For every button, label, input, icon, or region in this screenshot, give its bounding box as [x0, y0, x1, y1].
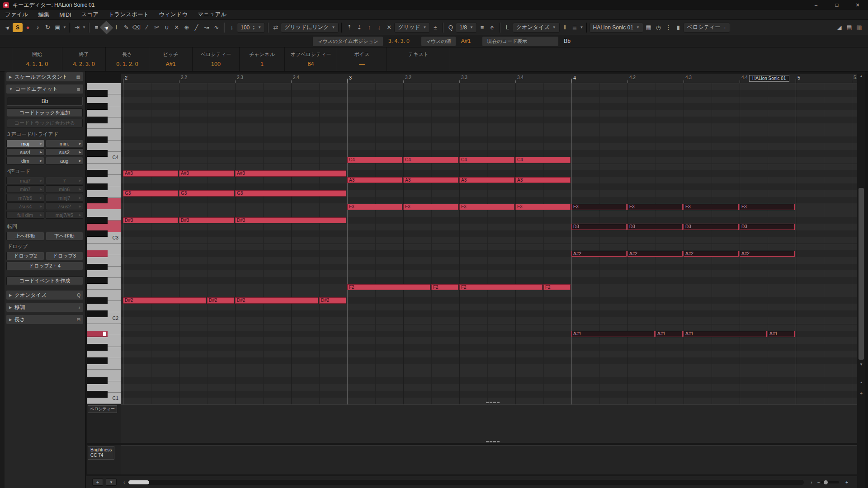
piano-key[interactable] — [87, 183, 108, 190]
cc-lane[interactable] — [121, 445, 857, 474]
corner-resize-icon[interactable]: ◢ — [835, 23, 844, 33]
grid-type-dropdown[interactable]: グリッド ▼ — [394, 23, 430, 33]
cc-lane-label[interactable]: BrightnessCC 74 — [88, 446, 114, 460]
midi-note[interactable]: D#3 — [123, 217, 178, 224]
glue-tool[interactable]: ∪ — [162, 23, 171, 33]
chord-type-sus4[interactable]: sus4▶ — [6, 148, 44, 156]
midi-note[interactable]: D#2 — [123, 297, 206, 304]
note-text-field[interactable]: テキスト — [387, 47, 450, 71]
midi-note[interactable]: F3 — [627, 204, 683, 210]
lane-resize-handle[interactable] — [486, 402, 500, 403]
midi-note[interactable]: D#2 — [235, 297, 318, 304]
more-options-icon[interactable]: ⋮ — [664, 23, 673, 33]
piano-key[interactable] — [87, 331, 108, 338]
snap-relative-icon[interactable]: ± — [430, 23, 440, 33]
pin-editor-icon[interactable]: ➤ — [0, 20, 14, 34]
note-start-field[interactable]: 開始4. 1. 1. 0 — [12, 47, 62, 71]
midi-note[interactable]: F3 — [684, 204, 739, 210]
vzoom-dot-icon[interactable]: ● — [858, 380, 864, 384]
piano-key[interactable] — [87, 103, 108, 110]
piano-key[interactable] — [87, 297, 108, 304]
vertical-scrollbar[interactable]: ▲ ▼ ● + — [857, 71, 865, 488]
time-format-icon[interactable]: ◷ — [654, 23, 663, 33]
midi-note[interactable]: D3 — [571, 224, 627, 230]
midi-note[interactable]: A#1 — [768, 331, 795, 337]
piano-key[interactable] — [87, 250, 108, 257]
note-voice-field[interactable]: ボイス— — [337, 47, 387, 71]
note-length-field[interactable]: 長さ0. 1. 2. 0 — [106, 47, 149, 71]
midi-note[interactable]: D3 — [684, 224, 739, 230]
velocity-spinner[interactable]: ▲▼ — [252, 25, 255, 30]
note-pitch-field[interactable]: ピッチA#1 — [149, 47, 193, 71]
length-section[interactable]: ▶ 長さ ⊟ — [6, 315, 83, 324]
midi-note[interactable]: A#1 — [656, 331, 683, 337]
midi-note[interactable]: A#2 — [627, 251, 683, 257]
minimize-button[interactable]: – — [806, 0, 826, 10]
midi-note[interactable]: A#3 — [235, 170, 346, 177]
chord-edit-section[interactable]: ▼ コードエディット ≣ — [6, 84, 83, 94]
midi-note[interactable]: G3 — [123, 190, 178, 197]
nudge-right-button[interactable]: ⇣ — [354, 23, 364, 33]
drop2-4-button[interactable]: ドロップ2 + 4 — [6, 262, 83, 270]
velocity-caret-icon[interactable]: ▼ — [258, 25, 261, 29]
lane-resize-handle[interactable] — [486, 441, 500, 442]
scroll-down-button[interactable]: ▼ — [858, 362, 864, 366]
piano-key[interactable] — [87, 90, 108, 97]
drop3-button[interactable]: ドロップ3 — [46, 252, 84, 260]
midi-note[interactable]: F2 — [459, 284, 542, 291]
split-tool[interactable]: ✂ — [152, 23, 161, 33]
object-selection-tool[interactable]: ➤ — [99, 20, 113, 34]
part-list-icon[interactable]: ≣ — [570, 23, 580, 33]
scroll-up-button[interactable]: ▲ — [858, 74, 864, 78]
midi-note[interactable]: D#2 — [319, 297, 346, 304]
range-selection-tool[interactable]: I — [112, 23, 121, 33]
piano-key[interactable] — [87, 170, 108, 177]
menu-window[interactable]: ウィンドウ — [154, 10, 193, 19]
part-list-caret-icon[interactable]: ▼ — [580, 25, 584, 29]
move-down-button[interactable]: 下へ移動 — [46, 232, 84, 240]
piano-key[interactable] — [87, 344, 108, 351]
midi-note[interactable]: G3 — [179, 190, 234, 197]
quantize-preset-dropdown[interactable]: 1/8 ▼ — [456, 23, 477, 33]
drop2-button[interactable]: ドロップ2 — [6, 252, 44, 260]
nudge-up-button[interactable]: ↑ — [364, 23, 374, 33]
midi-note[interactable]: A#1 — [684, 331, 767, 337]
quantize-section[interactable]: ▶ クオンタイズ Q — [6, 291, 83, 300]
chord-type-maj[interactable]: maj▶ — [6, 140, 44, 147]
zoom-slider-thumb[interactable] — [824, 480, 828, 484]
autoscroll-icon[interactable]: ⇥ — [72, 23, 82, 33]
link-grid-icon[interactable]: ⇄ — [271, 23, 280, 33]
midi-note[interactable]: A#1 — [571, 331, 655, 337]
midi-note[interactable]: D3 — [627, 224, 683, 230]
midi-note[interactable]: F2 — [431, 284, 458, 291]
piano-key[interactable] — [87, 310, 108, 317]
length-quantize-dropdown[interactable]: クオンタイズ ▼ — [513, 23, 560, 33]
midi-note[interactable]: F3 — [740, 204, 795, 210]
horizontal-scroll-thumb[interactable] — [128, 480, 149, 484]
piano-key[interactable] — [87, 197, 108, 204]
note-end-field[interactable]: 終了4. 2. 3. 0 — [62, 47, 106, 71]
link-to-grid-dropdown[interactable]: グリッドにリンク ▼ — [281, 23, 339, 33]
erase-tool[interactable]: ⌫ — [132, 23, 142, 33]
snap-toggle-icon[interactable]: ✕ — [384, 23, 394, 33]
midi-note[interactable]: D#3 — [235, 217, 346, 224]
time-warp-tool[interactable]: ↝ — [202, 23, 211, 33]
midi-note[interactable]: A#2 — [740, 251, 795, 257]
midi-note[interactable]: A3 — [515, 177, 571, 183]
note-grid[interactable]: A#3A#3A#3G3G3G3D#3D#3D#3D#2D#2D#2D#2C4C4… — [121, 83, 857, 404]
vertical-scroll-thumb[interactable] — [859, 188, 864, 360]
midi-note[interactable]: A#2 — [684, 251, 739, 257]
quantize-panel-button[interactable]: e — [487, 23, 497, 33]
autoscroll-caret-icon[interactable]: ▼ — [82, 25, 86, 29]
create-chord-event-button[interactable]: コードイベントを作成 — [6, 277, 83, 285]
horizontal-scrollbar[interactable] — [127, 480, 804, 485]
lane-preset-button[interactable]: ▼ — [106, 479, 117, 486]
midi-note[interactable]: A3 — [347, 177, 402, 183]
insert-velocity-value[interactable]: 100 — [241, 24, 250, 31]
menu-edit[interactable]: 編集 — [33, 10, 54, 19]
midi-note[interactable]: F2 — [347, 284, 430, 291]
midi-note[interactable]: A3 — [403, 177, 458, 183]
independent-loop-icon[interactable]: ↻ — [43, 23, 52, 33]
piano-key[interactable] — [87, 217, 108, 224]
maximize-button[interactable]: □ — [826, 0, 847, 10]
